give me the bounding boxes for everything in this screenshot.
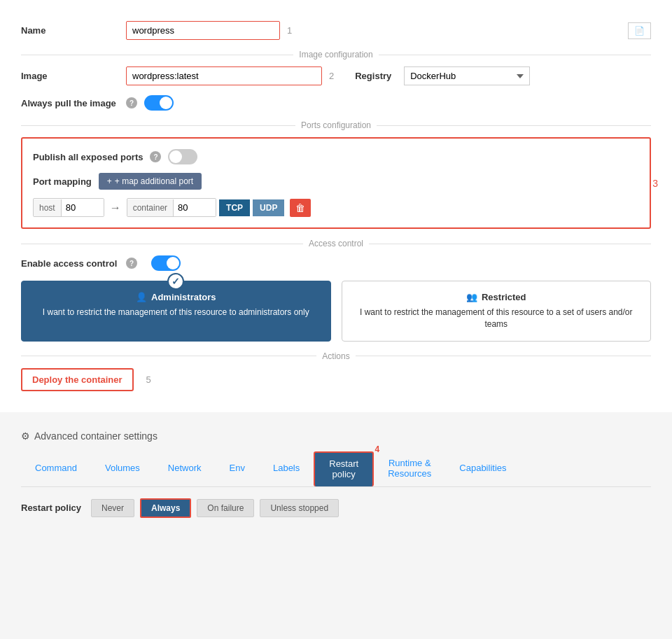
container-port-input[interactable] xyxy=(174,199,216,216)
tab-restart-policy[interactable]: Restartpolicy xyxy=(314,451,374,486)
users-icon: 👥 xyxy=(466,292,477,302)
always-pull-help-icon[interactable]: ? xyxy=(126,97,137,108)
tab-network[interactable]: Network xyxy=(154,451,216,486)
udp-button[interactable]: UDP xyxy=(253,199,284,216)
host-port-field: host xyxy=(33,198,104,217)
arrow-icon: → xyxy=(110,202,121,214)
publish-ports-label: Publish all exposed ports xyxy=(33,152,143,162)
plus-icon: + xyxy=(107,176,112,186)
restricted-card-desc: I want to restrict the management of thi… xyxy=(353,307,640,330)
check-circle-icon: ✓ xyxy=(167,273,184,290)
name-input[interactable] xyxy=(126,21,280,40)
port-mapping-row: host → container TCP UDP 🗑 xyxy=(33,198,639,217)
access-control-section: Access control xyxy=(21,239,651,248)
registry-select[interactable]: DockerHub xyxy=(404,66,530,85)
restricted-card-title: 👥 Restricted xyxy=(353,292,640,302)
name-icon: 📄 xyxy=(628,22,651,39)
image-input[interactable] xyxy=(126,66,322,85)
host-label: host xyxy=(34,199,62,216)
image-label: Image xyxy=(21,71,119,81)
tab-capabilities[interactable]: Capabilities xyxy=(445,451,520,486)
tab-command[interactable]: Command xyxy=(21,451,91,486)
admin-card-desc: I want to restrict the management of thi… xyxy=(32,307,320,318)
enable-access-help-icon[interactable]: ? xyxy=(126,258,137,269)
policy-never-button[interactable]: Never xyxy=(91,499,134,517)
badge-3: 3 xyxy=(652,178,658,189)
badge-4: 4 xyxy=(374,444,379,454)
tcp-button[interactable]: TCP xyxy=(219,199,250,216)
admin-card-title: 👤 Administrators xyxy=(32,292,320,302)
actions-section: Actions xyxy=(21,351,651,361)
always-pull-label: Always pull the image xyxy=(21,98,119,108)
enable-access-label: Enable access control xyxy=(21,258,119,269)
deploy-button[interactable]: Deploy the container xyxy=(21,368,134,391)
port-mapping-label: Port mapping xyxy=(33,176,92,187)
ports-config-section: Ports configuration xyxy=(21,120,651,130)
registry-label: Registry xyxy=(355,71,397,81)
enable-access-toggle[interactable] xyxy=(151,255,181,271)
delete-port-button[interactable]: 🗑 xyxy=(290,199,311,217)
image-badge: 2 xyxy=(329,71,334,81)
image-config-section: Image configuration xyxy=(21,50,651,59)
name-label: Name xyxy=(21,25,119,36)
tab-labels[interactable]: Labels xyxy=(259,451,314,486)
tabs-container: Command Volumes Network Env Labels 4 Res… xyxy=(21,451,651,487)
name-badge: 1 xyxy=(287,25,292,36)
policy-always-button[interactable]: Always xyxy=(140,498,191,518)
host-port-input[interactable] xyxy=(62,199,104,216)
publish-ports-help-icon[interactable]: ? xyxy=(150,151,161,162)
restart-policy-row: Restart policy Never Always On failure U… xyxy=(21,498,651,518)
policy-unless-stopped-button[interactable]: Unless stopped xyxy=(260,499,339,517)
restart-policy-label: Restart policy xyxy=(21,503,81,513)
tab-env[interactable]: Env xyxy=(216,451,259,486)
container-label: container xyxy=(127,199,174,216)
admin-icon: 👤 xyxy=(136,292,147,302)
tab-runtime-resources[interactable]: Runtime &Resources xyxy=(374,451,445,486)
map-additional-port-button[interactable]: + + map additional port xyxy=(99,173,202,190)
container-port-field: container xyxy=(127,198,216,217)
policy-on-failure-button[interactable]: On failure xyxy=(197,499,254,517)
gear-icon: ⚙ xyxy=(21,430,30,442)
ports-box: Publish all exposed ports ? Port mapping… xyxy=(21,137,651,229)
admin-card[interactable]: ✓ 👤 Administrators I want to restrict th… xyxy=(21,281,331,342)
restricted-card[interactable]: 👥 Restricted I want to restrict the mana… xyxy=(342,281,652,342)
access-cards: ✓ 👤 Administrators I want to restrict th… xyxy=(21,281,651,342)
tab-volumes[interactable]: Volumes xyxy=(91,451,154,486)
deploy-badge: 5 xyxy=(146,374,151,385)
advanced-title: ⚙ Advanced container settings xyxy=(21,430,651,442)
publish-ports-toggle[interactable] xyxy=(168,149,197,164)
always-pull-toggle[interactable] xyxy=(144,95,174,111)
